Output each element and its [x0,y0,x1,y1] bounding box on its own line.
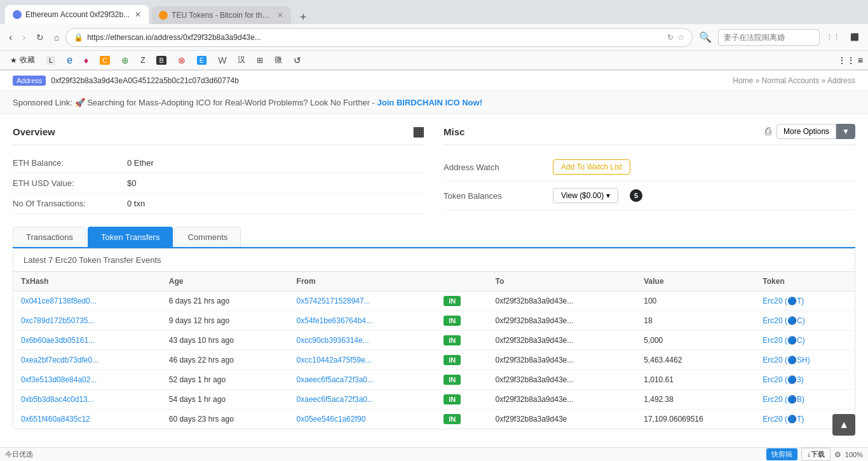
browser-search-input[interactable] [718,29,820,46]
sponsored-text: Sponsored Link: 🚀 Searching for Mass-Ado… [13,98,375,107]
misc-actions: ⎙ More Options ▼ [765,124,855,139]
from-link-0[interactable]: 0x57425171528947... [297,297,370,305]
eth-usd-row: ETH USD Value: $0 [13,173,424,194]
txhash-link-1[interactable]: 0xc789d172b50735... [21,316,94,325]
active-tab-close[interactable]: ✕ [135,10,141,19]
tx-count-row: No Of Transactions: 0 txn [13,194,424,214]
cell-from-0: 0x57425171528947... [289,291,437,311]
browser-menu-button[interactable]: ⋮⋮ [822,30,844,44]
back-to-top-button[interactable]: ▲ [832,414,855,436]
token-link-6[interactable]: Erc20 (🔵T) [763,415,804,424]
address-watch-row: Address Watch Add To Watch List [444,153,855,182]
table-row: 0xea2bf7ecdb73dfe0... 46 days 22 hrs ago… [13,351,855,370]
bookmark-w[interactable]: W [213,54,231,67]
token-balance-button[interactable]: View ($0.00) ▾ [553,188,618,203]
table-row: 0x041ce87138f8ed0... 6 days 21 hrs ago 0… [13,291,855,311]
token-link-0[interactable]: Erc20 (🔵T) [763,297,804,305]
bookmark-b[interactable]: B [151,55,171,66]
txhash-link-2[interactable]: 0x6b60ae3db05161... [21,336,95,345]
bookmark-diamond[interactable]: ♦ [79,54,93,67]
txhash-link-4[interactable]: 0xf3e513d08e84a02... [21,375,97,384]
txhash-link-5[interactable]: 0xb5b3d8ac4c0d13... [21,395,94,404]
cell-value-1: 18 [636,311,755,331]
more-options-button[interactable]: More Options [776,124,836,139]
col-token: Token [755,272,855,291]
search-button[interactable]: 🔍 [695,29,715,46]
more-options-caret-button[interactable]: ▼ [836,124,855,139]
address-hash: 0xf29f32b8a3a9d43eA0G45122a5b0c21c07d3d6… [51,76,239,85]
active-tab[interactable]: Ethereum Account 0xf29f32b... ✕ [5,5,149,24]
from-link-6[interactable]: 0x05ee546c1a62f90 [297,415,366,424]
bookmark-grid[interactable]: ⊞ [252,55,268,66]
browser-settings-button[interactable]: ⬛ [846,30,863,44]
bookmark-c1[interactable]: C [95,55,115,66]
table-row: 0xc789d172b50735... 9 days 12 hrs ago 0x… [13,311,855,331]
direction-badge-4: IN [444,375,461,385]
token-link-2[interactable]: Erc20 (🔵C) [763,336,804,345]
bookmarks-more[interactable]: ⋮⋮ [837,55,855,65]
print-button[interactable]: ⎙ [765,126,771,137]
txhash-link-6[interactable]: 0x651f460a8435c12 [21,415,90,424]
bookmark-cross[interactable]: ⊗ [173,54,191,67]
from-link-2[interactable]: 0xcc90cb3936314e... [297,336,369,345]
from-link-3[interactable]: 0xcc10442a475f59e... [297,356,372,364]
col-age: Age [161,272,289,291]
bookmark-han[interactable]: 汉 [233,53,250,67]
cell-from-1: 0x54fe1be636764b4... [289,311,437,331]
cell-to-0: 0xf29f32b8a3a9d43e... [487,291,636,311]
bookmark-circle[interactable]: ⊕ [116,54,134,67]
cell-txhash-3: 0xea2bf7ecdb73dfe0... [13,351,161,370]
from-link-5[interactable]: 0xaeec6f5aca72f3a0... [297,395,374,404]
address-bar[interactable]: 🔒 https://etherscan.io/address/0xf29f32b… [65,28,693,47]
from-link-4[interactable]: 0xaeec6f5aca72f3a0... [297,375,374,384]
eth-balance-value: 0 Ether [127,158,154,168]
add-to-watchlist-button[interactable]: Add To Watch List [553,159,630,175]
sponsored-link[interactable]: Join BIRDCHAIN ICO Now! [377,98,482,107]
cell-token-1: Erc20 (🔵C) [755,311,855,331]
tx-count-value: 0 txn [127,199,145,208]
token-link-1[interactable]: Erc20 (🔵C) [763,316,804,325]
txhash-link-0[interactable]: 0x041ce87138f8ed0... [21,297,97,305]
table-header-row: TxHash Age From To Value Token [13,272,855,291]
tx-count-label: No Of Transactions: [13,199,127,208]
tab-token-transfers[interactable]: Token Transfers [88,227,173,247]
cell-age-5: 54 days 1 hr ago [161,390,289,410]
direction-badge-3: IN [444,355,461,365]
direction-badge-2: IN [444,335,461,345]
cell-age-0: 6 days 21 hrs ago [161,291,289,311]
new-tab-button[interactable]: + [295,11,312,24]
token-link-5[interactable]: Erc20 (🔵B) [763,395,804,404]
from-link-1[interactable]: 0x54fe1be636764b4... [297,316,372,325]
inactive-tab-close[interactable]: ✕ [277,11,283,20]
cell-direction-3: IN [436,351,487,370]
tab-comments[interactable]: Comments [174,227,241,247]
bookmark-z[interactable]: Z [135,55,150,66]
cell-txhash-2: 0x6b60ae3db05161... [13,331,161,351]
cell-value-6: 17,109.06069516 [636,410,755,429]
bookmark-l[interactable]: L [41,55,60,66]
refresh-button[interactable]: ↻ [32,30,48,45]
bookmark-ie[interactable]: e [62,53,78,67]
bookmark-wei[interactable]: 微 [269,53,287,67]
cell-to-3: 0xf29f32b8a3a9d43e... [487,351,636,370]
address-url: https://etherscan.io/address/0xf29f32b8a… [87,33,663,42]
cell-to-6: 0xf29f32b8a3a9d43e [487,410,636,429]
back-button[interactable]: ‹ [5,29,16,46]
bookmark-e[interactable]: E [192,55,212,66]
txhash-link-3[interactable]: 0xea2bf7ecdb73dfe0... [21,356,98,364]
tab-transactions[interactable]: Transactions [13,227,86,247]
cell-value-3: 5,463.4462 [636,351,755,370]
bookmark-shoucang[interactable]: ★收藏 [5,53,40,67]
inactive-tab[interactable]: TEU Tokens - Bitcoin for the... ✕ [151,6,291,24]
inactive-tab-title: TEU Tokens - Bitcoin for the... [172,11,272,20]
sponsored-banner: Sponsored Link: 🚀 Searching for Mass-Ado… [0,91,868,114]
bookmark-refresh[interactable]: ↺ [288,54,306,67]
home-button[interactable]: ⌂ [50,30,63,45]
forward-button[interactable]: › [18,29,29,46]
qr-code-icon[interactable]: ▦ [412,124,424,139]
token-link-4[interactable]: Erc20 (🔵3) [763,375,803,384]
cell-from-2: 0xcc90cb3936314e... [289,331,437,351]
active-tab-title: Ethereum Account 0xf29f32b... [25,10,130,19]
bookmarks-settings[interactable]: ≡ [858,55,863,65]
token-link-3[interactable]: Erc20 (🔵SH) [763,356,810,364]
